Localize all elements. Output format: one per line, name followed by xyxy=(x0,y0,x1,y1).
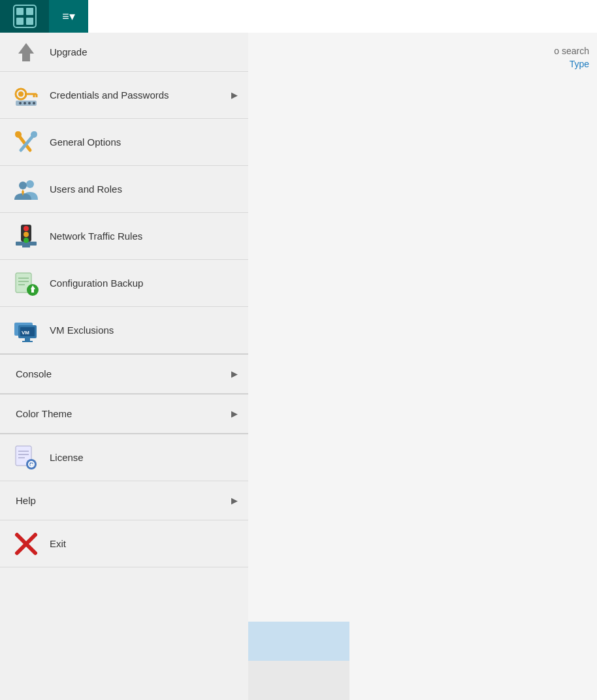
console-arrow-icon: ▶ xyxy=(231,369,238,379)
hamburger-button[interactable]: ≡▾ xyxy=(49,0,88,33)
menu-item-upgrade-label: Upgrade xyxy=(50,46,238,57)
general-options-icon xyxy=(10,127,42,158)
menu-item-console[interactable]: Console ▶ xyxy=(0,355,248,394)
svg-point-20 xyxy=(26,180,34,188)
svg-point-21 xyxy=(19,182,27,189)
menu-item-users-roles-label: Users and Roles xyxy=(50,183,238,195)
credentials-arrow-icon: ▶ xyxy=(231,90,238,100)
svg-point-7 xyxy=(18,91,24,97)
menu-item-config-backup-label: Configuration Backup xyxy=(50,278,238,289)
svg-rect-41 xyxy=(22,341,33,342)
svg-point-28 xyxy=(24,238,29,243)
svg-rect-40 xyxy=(25,338,30,341)
menu-item-vm-exclusions-label: VM Exclusions xyxy=(50,325,238,336)
vm-exclusions-icon: VM xyxy=(10,315,42,346)
svg-rect-24 xyxy=(22,246,30,247)
color-theme-arrow-icon: ▶ xyxy=(231,409,238,419)
dropdown-menu: Upgrade xyxy=(0,33,248,700)
svg-point-19 xyxy=(31,131,37,138)
type-label: Type xyxy=(570,59,589,69)
config-backup-icon xyxy=(10,268,42,299)
svg-text:★: ★ xyxy=(29,461,35,468)
upgrade-icon xyxy=(10,37,42,68)
menu-item-network-traffic[interactable]: Network Traffic Rules xyxy=(0,213,248,260)
menu-item-help-label: Help xyxy=(16,495,231,506)
main-area: Upgrade xyxy=(0,33,597,700)
svg-text:VM: VM xyxy=(22,330,29,336)
content-panel: o search Type xyxy=(248,33,597,700)
menu-item-help[interactable]: Help ▶ xyxy=(0,481,248,520)
menu-item-exit[interactable]: Exit xyxy=(0,520,248,567)
menu-item-general-options[interactable]: General Options xyxy=(0,119,248,166)
menu-item-vm-exclusions[interactable]: VM VM Exclusions xyxy=(0,307,248,354)
menu-item-license[interactable]: ★ License xyxy=(0,434,248,481)
svg-point-27 xyxy=(24,232,29,237)
svg-point-12 xyxy=(19,102,22,104)
credentials-icon xyxy=(10,80,42,111)
svg-rect-4 xyxy=(26,18,33,25)
menu-item-console-label: Console xyxy=(16,368,231,379)
help-arrow-icon: ▶ xyxy=(231,496,238,505)
svg-rect-3 xyxy=(16,18,24,25)
menu-item-general-options-label: General Options xyxy=(50,136,238,148)
svg-point-26 xyxy=(24,226,29,231)
menu-item-credentials-label: Credentials and Passwords xyxy=(50,89,231,101)
svg-marker-5 xyxy=(18,43,34,61)
svg-point-14 xyxy=(28,102,31,104)
svg-point-17 xyxy=(15,131,22,138)
app-logo xyxy=(12,4,37,29)
menu-item-license-label: License xyxy=(50,452,238,463)
svg-rect-2 xyxy=(26,8,33,15)
svg-rect-1 xyxy=(16,8,24,15)
svg-point-15 xyxy=(33,102,35,104)
header-bar: ≡▾ xyxy=(0,0,597,33)
menu-item-credentials[interactable]: Credentials and Passwords ▶ xyxy=(0,72,248,119)
svg-rect-35 xyxy=(31,289,34,293)
license-icon: ★ xyxy=(10,442,42,473)
menu-item-color-theme-label: Color Theme xyxy=(16,408,231,419)
search-hint-text: o search xyxy=(554,46,589,56)
exit-icon xyxy=(10,528,42,560)
svg-point-13 xyxy=(24,102,26,104)
menu-item-exit-label: Exit xyxy=(50,538,238,549)
menu-item-upgrade[interactable]: Upgrade xyxy=(0,33,248,72)
network-traffic-icon xyxy=(10,221,42,252)
users-roles-icon xyxy=(10,174,42,205)
logo-area xyxy=(0,0,49,33)
menu-item-users-roles[interactable]: Users and Roles xyxy=(0,166,248,213)
menu-item-color-theme[interactable]: Color Theme ▶ xyxy=(0,394,248,434)
search-bar[interactable] xyxy=(88,0,597,33)
hamburger-icon: ≡▾ xyxy=(62,9,75,24)
menu-item-network-traffic-label: Network Traffic Rules xyxy=(50,231,238,242)
menu-item-config-backup[interactable]: Configuration Backup xyxy=(0,260,248,307)
